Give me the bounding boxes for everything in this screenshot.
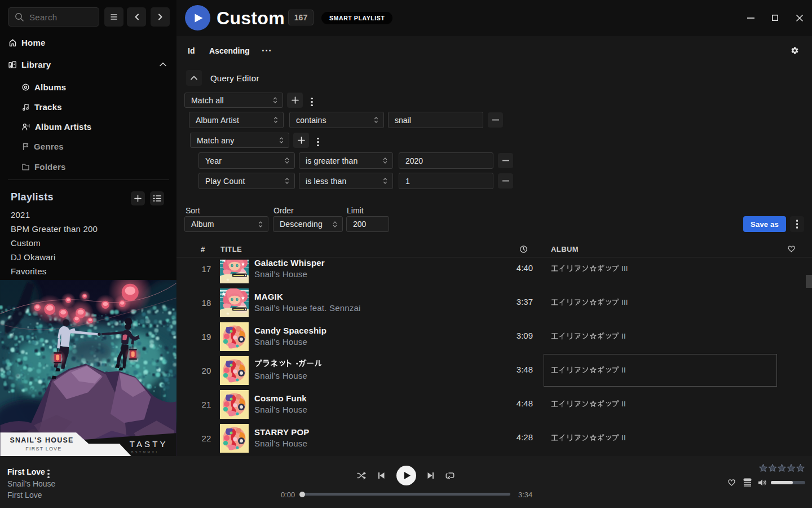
svg-text:SNAIL'S HOUSE: SNAIL'S HOUSE [10, 436, 73, 444]
svg-text:TASTY: TASTY [130, 439, 168, 449]
svg-text:FIRST LOVE: FIRST LOVE [25, 446, 61, 452]
svg-text:II: II [621, 434, 626, 442]
svg-text:II: II [621, 400, 626, 408]
svg-text:III: III [621, 299, 628, 306]
svg-text:II: II [621, 332, 626, 340]
svg-text:BSTMMXI: BSTMMXI [131, 450, 159, 454]
svg-text:III: III [621, 265, 628, 273]
